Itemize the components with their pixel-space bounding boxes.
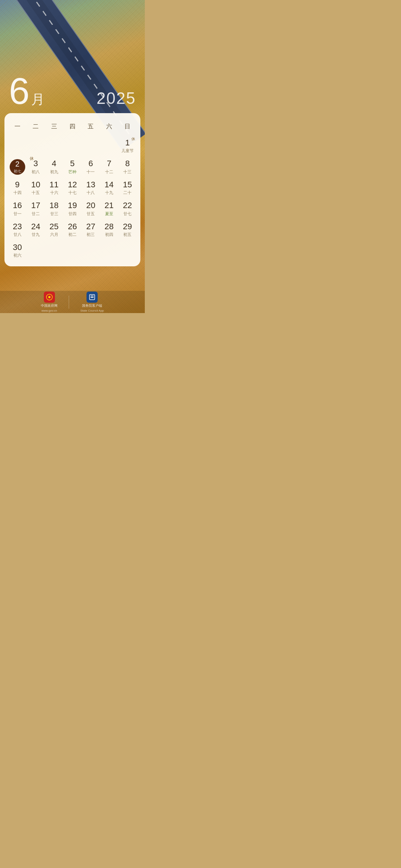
day-cell: 30初六 — [8, 240, 26, 260]
day-number: 4 — [52, 159, 56, 168]
days-grid: 休1儿童节休2初七3初八4初九5芒种6十一7十二8十三9十四10十五11十六12… — [8, 136, 137, 260]
day-cell: 10十五 — [26, 178, 45, 198]
svg-rect-4 — [91, 297, 94, 298]
day-lunar: 十一 — [87, 169, 95, 175]
svg-rect-3 — [91, 296, 94, 296]
day-cell: 12十七 — [63, 178, 81, 198]
holiday-badge: 休 — [131, 137, 135, 142]
gov-url: www.gov.cn — [42, 309, 57, 312]
day-cell: 22廿七 — [118, 198, 137, 218]
day-cell: 6十一 — [82, 157, 100, 177]
gov-name: 中国政府网 — [41, 303, 58, 308]
day-number: 10 — [31, 180, 40, 190]
footer: 中国政府网 www.gov.cn 国务院客户端 State Council Ap… — [0, 291, 145, 313]
day-number: 7 — [107, 159, 111, 168]
day-cell: 15二十 — [118, 178, 137, 198]
day-lunar: 初九 — [50, 169, 58, 175]
day-number: 29 — [123, 222, 132, 231]
day-number: 25 — [49, 222, 58, 231]
day-cell: 4初九 — [45, 157, 63, 177]
day-number: 24 — [31, 222, 40, 231]
calendar-card: 一二三四五六日 休1儿童节休2初七3初八4初九5芒种6十一7十二8十三9十四10… — [4, 113, 140, 266]
day-cell: 21夏至 — [100, 198, 118, 218]
weekday-label: 五 — [82, 121, 100, 133]
day-lunar: 廿二 — [32, 211, 40, 217]
day-cell — [26, 136, 45, 156]
day-number: 6 — [88, 159, 93, 168]
day-lunar: 十二 — [105, 169, 113, 175]
app-icon — [87, 292, 98, 303]
day-number: 5 — [70, 159, 75, 168]
day-number: 22 — [123, 201, 132, 210]
day-cell: 18廿三 — [45, 198, 63, 218]
day-lunar: 廿五 — [87, 211, 95, 217]
day-lunar: 初三 — [87, 232, 95, 237]
day-lunar: 廿八 — [13, 232, 22, 237]
day-lunar: 初六 — [13, 253, 22, 258]
day-cell: 7十二 — [100, 157, 118, 177]
day-lunar: 六月 — [50, 232, 58, 237]
day-number: 28 — [105, 222, 114, 231]
day-number: 15 — [123, 180, 132, 190]
day-number: 9 — [15, 180, 20, 190]
day-cell: 9十四 — [8, 178, 26, 198]
day-lunar: 廿一 — [13, 211, 22, 217]
day-cell: 11十六 — [45, 178, 63, 198]
weekday-label: 三 — [45, 121, 63, 133]
month-number: 6 — [9, 72, 28, 109]
day-number: 19 — [68, 201, 77, 210]
day-number: 3 — [33, 159, 38, 168]
weekday-label: 二 — [26, 121, 45, 133]
day-cell: 26初二 — [63, 220, 81, 240]
day-lunar: 十四 — [13, 190, 22, 195]
day-lunar: 初四 — [105, 232, 113, 237]
day-cell: 16廿一 — [8, 198, 26, 218]
day-number: 23 — [13, 222, 22, 231]
app-sub: State Council App — [80, 309, 104, 312]
day-lunar: 廿三 — [50, 211, 58, 217]
day-lunar: 夏至 — [105, 211, 113, 217]
day-number: 11 — [49, 180, 58, 190]
day-cell: 24廿九 — [26, 220, 45, 240]
day-cell: 休2初七 — [8, 157, 26, 177]
weekday-label: 日 — [118, 121, 137, 133]
app-name: 国务院客户端 — [82, 303, 102, 308]
day-number: 26 — [68, 222, 77, 231]
day-cell: 17廿二 — [26, 198, 45, 218]
day-cell — [8, 136, 26, 156]
day-number: 1 — [125, 138, 130, 148]
gov-logo: 中国政府网 www.gov.cn — [41, 292, 58, 312]
day-number: 12 — [68, 180, 77, 190]
weekday-label: 一 — [8, 121, 26, 133]
app-logo: 国务院客户端 State Council App — [80, 292, 104, 312]
day-cell: 休1儿童节 — [118, 136, 137, 156]
today-circle: 2初七 — [10, 159, 25, 175]
day-lunar: 十七 — [68, 190, 76, 195]
day-number: 17 — [31, 201, 40, 210]
day-cell — [45, 136, 63, 156]
day-cell: 20廿五 — [82, 198, 100, 218]
day-cell: 19廿四 — [63, 198, 81, 218]
day-number: 20 — [86, 201, 95, 210]
day-cell — [100, 136, 118, 156]
svg-point-1 — [48, 296, 50, 298]
day-lunar: 廿九 — [32, 232, 40, 237]
day-lunar: 二十 — [123, 190, 131, 195]
day-cell: 23廿八 — [8, 220, 26, 240]
day-cell: 29初五 — [118, 220, 137, 240]
gov-icon — [44, 292, 55, 303]
day-number: 16 — [13, 201, 22, 210]
day-lunar: 初五 — [123, 232, 131, 237]
day-cell: 5芒种 — [63, 157, 81, 177]
day-cell: 25六月 — [45, 220, 63, 240]
day-cell: 3初八 — [26, 157, 45, 177]
day-lunar: 十三 — [123, 169, 131, 175]
day-lunar: 廿四 — [68, 211, 76, 217]
day-number: 18 — [49, 201, 58, 210]
year-number: 2025 — [97, 89, 136, 108]
day-cell — [82, 136, 100, 156]
day-lunar: 十六 — [50, 190, 58, 195]
day-lunar: 廿七 — [123, 211, 131, 217]
day-number: 30 — [13, 243, 22, 252]
day-lunar: 芒种 — [68, 169, 76, 175]
